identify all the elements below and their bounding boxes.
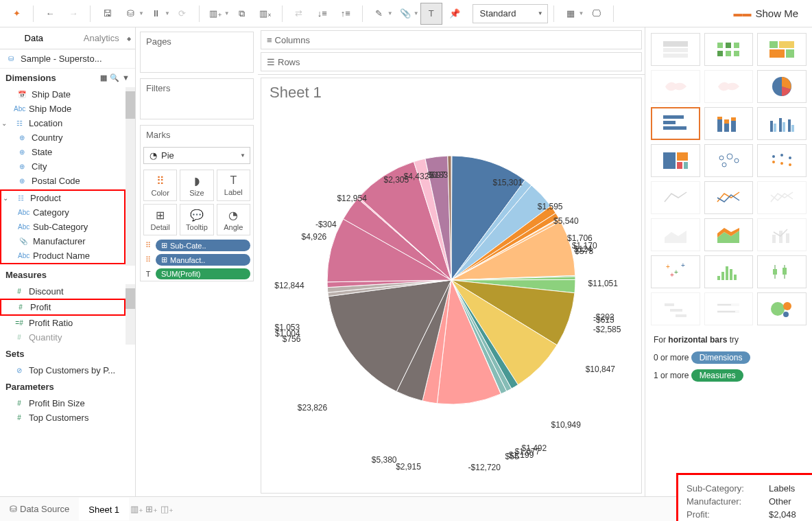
- field-country[interactable]: ⊕Country: [0, 130, 126, 145]
- tableau-logo-icon[interactable]: ✦: [5, 3, 27, 25]
- sm-line-continuous[interactable]: [651, 181, 700, 214]
- field-top-customers-set[interactable]: ⊘Top Customers by P...: [0, 363, 135, 378]
- field-category[interactable]: AbcCategory: [1, 205, 124, 220]
- dimensions-scrollbar[interactable]: [126, 87, 135, 266]
- sm-dual-line[interactable]: [757, 181, 807, 214]
- tab-analytics[interactable]: Analytics◆: [68, 27, 136, 49]
- sm-gantt[interactable]: [651, 292, 700, 325]
- sm-circle-views[interactable]: [704, 144, 754, 177]
- sm-packed-bubbles[interactable]: [757, 292, 807, 325]
- sort-desc-button[interactable]: ↑≡: [335, 3, 357, 25]
- save-button[interactable]: 🖫: [96, 3, 118, 25]
- field-ship-date[interactable]: 📅Ship Date: [0, 87, 126, 102]
- show-me-button[interactable]: ▬▬ Show Me: [725, 0, 807, 27]
- angle-shelf[interactable]: ◔Angle: [217, 204, 250, 235]
- viz-canvas[interactable]: Sheet 1 Sub-Category:Labels Manufacturer…: [261, 78, 642, 494]
- view-icon[interactable]: ▦: [100, 73, 107, 82]
- field-product-name[interactable]: AbcProduct Name: [1, 248, 124, 263]
- fit-select[interactable]: Standard: [473, 4, 548, 23]
- filters-card[interactable]: Filters: [140, 78, 254, 119]
- menu-icon[interactable]: ▼: [122, 73, 130, 82]
- pin-button[interactable]: 📌: [444, 3, 466, 25]
- field-ship-mode[interactable]: AbcShip Mode: [0, 102, 126, 116]
- svg-rect-47: [779, 231, 783, 243]
- sm-scatter[interactable]: ++++: [651, 255, 700, 288]
- detail-shelf[interactable]: ⊞Detail: [143, 204, 177, 235]
- field-profit-bin-size[interactable]: #Profit Bin Size: [0, 396, 135, 410]
- field-profit[interactable]: #Profit: [1, 300, 124, 314]
- sm-highlight-table[interactable]: [757, 33, 807, 66]
- new-dashboard-tab[interactable]: ⊞₊: [144, 504, 159, 514]
- field-state[interactable]: ⊕State: [0, 145, 126, 159]
- datasource-item[interactable]: ⛁ Sample - Supersto...: [0, 49, 135, 69]
- sm-side-by-side-bar[interactable]: [757, 107, 807, 140]
- sm-text-table[interactable]: [651, 33, 700, 66]
- sm-treemap[interactable]: [651, 144, 700, 177]
- refresh-button[interactable]: ⟳: [171, 3, 193, 25]
- rows-shelf[interactable]: ☰Rows: [261, 52, 642, 71]
- field-top-customers-param[interactable]: #Top Customers: [0, 410, 135, 425]
- size-icon: ◗: [194, 174, 200, 187]
- tooltip-shelf[interactable]: 💬Tooltip: [180, 204, 213, 235]
- number-icon: #: [14, 288, 25, 295]
- mark-type-select[interactable]: ◔Pie: [143, 147, 250, 164]
- chevron-down-icon[interactable]: ⌄: [1, 119, 7, 127]
- pill-manufacturer[interactable]: ⊞Manufact..: [156, 254, 250, 266]
- measures-scrollbar[interactable]: [126, 284, 135, 345]
- sm-horizontal-bar[interactable]: [651, 107, 700, 140]
- tab-data-source[interactable]: ⛁Data Source: [0, 498, 79, 520]
- clear-button[interactable]: ▥ₓ: [254, 3, 276, 25]
- sm-line-discrete[interactable]: [704, 181, 754, 214]
- new-story-tab[interactable]: ◫₊: [159, 504, 174, 514]
- duplicate-button[interactable]: ⧉: [231, 3, 253, 25]
- pill-sub-category[interactable]: ⊞Sub-Cate..: [156, 240, 250, 251]
- sm-histogram[interactable]: [704, 255, 754, 288]
- sm-symbol-map[interactable]: [651, 70, 700, 103]
- labels-button[interactable]: T: [420, 3, 442, 25]
- sm-stacked-bar[interactable]: [704, 107, 754, 140]
- pie-slice-label: $12,954: [326, 194, 367, 203]
- tab-data[interactable]: Data: [0, 27, 68, 49]
- search-icon[interactable]: 🔍: [110, 73, 119, 82]
- field-city[interactable]: ⊕City: [0, 159, 126, 174]
- svg-rect-54: [721, 272, 724, 280]
- size-shelf[interactable]: ◗Size: [180, 170, 213, 201]
- sm-area-continuous[interactable]: [651, 218, 700, 251]
- pill-sum-profit[interactable]: SUM(Profit): [156, 268, 250, 279]
- sm-pie[interactable]: [757, 70, 807, 103]
- back-button[interactable]: ←: [39, 3, 61, 25]
- field-sub-category[interactable]: AbcSub-Category: [1, 220, 124, 234]
- field-manufacturer[interactable]: 📎Manufacturer: [1, 234, 124, 248]
- presentation-button[interactable]: 🖵: [586, 3, 608, 25]
- svg-rect-63: [670, 309, 682, 312]
- pie-chart[interactable]: [314, 143, 588, 417]
- sheet-title[interactable]: Sheet 1: [261, 78, 641, 107]
- field-product[interactable]: Product: [30, 193, 61, 203]
- sort-asc-button[interactable]: ↓≡: [311, 3, 333, 25]
- field-location[interactable]: Location: [29, 118, 62, 128]
- forward-button[interactable]: →: [62, 3, 84, 25]
- svg-rect-30: [677, 152, 688, 161]
- svg-rect-0: [663, 41, 688, 47]
- sm-area-discrete[interactable]: [704, 218, 754, 251]
- svg-rect-26: [783, 122, 785, 132]
- sm-box-plot[interactable]: [757, 255, 807, 288]
- color-shelf[interactable]: ⠿Color: [143, 170, 177, 201]
- sm-filled-map[interactable]: [704, 70, 754, 103]
- field-postal-code[interactable]: ⊕Postal Code: [0, 174, 126, 188]
- swap-button[interactable]: ⇄: [288, 3, 310, 25]
- sm-side-by-side-circle[interactable]: [757, 144, 807, 177]
- sm-dual-combination[interactable]: [757, 218, 807, 251]
- sets-header: Sets: [0, 345, 135, 363]
- columns-shelf[interactable]: ≡Columns: [261, 30, 642, 49]
- new-worksheet-tab[interactable]: ▥₊: [129, 504, 144, 514]
- sm-bullet[interactable]: [704, 292, 754, 325]
- sm-heat-map[interactable]: [704, 33, 754, 66]
- label-shelf[interactable]: TLabel: [217, 170, 250, 201]
- tab-sheet-1[interactable]: Sheet 1: [79, 498, 129, 520]
- field-profit-ratio[interactable]: =#Profit Ratio: [0, 316, 126, 330]
- field-quantity[interactable]: #Quantity: [0, 330, 126, 345]
- pages-card[interactable]: Pages: [140, 32, 254, 73]
- field-discount[interactable]: #Discount: [0, 284, 126, 299]
- chevron-down-icon[interactable]: ⌄: [3, 194, 8, 202]
